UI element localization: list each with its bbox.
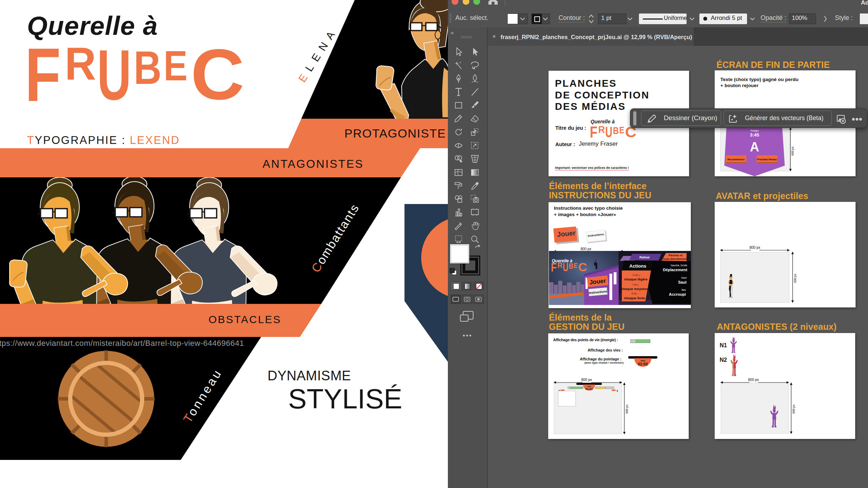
svg-text:E: E xyxy=(574,262,578,269)
svg-text:Haut: Haut xyxy=(681,277,687,279)
svg-text:Accroupi: Accroupi xyxy=(669,292,686,296)
svg-text:800 px: 800 px xyxy=(748,378,759,382)
svg-text:3: 3 xyxy=(616,390,618,392)
svg-text:800 px: 800 px xyxy=(581,378,592,382)
svg-text:600 px: 600 px xyxy=(791,146,794,155)
svg-text:U: U xyxy=(563,261,568,274)
svg-text:Retour: Retour xyxy=(640,256,650,259)
svg-text:800 px: 800 px xyxy=(750,246,760,250)
svg-text:Attaque forte: Attaque forte xyxy=(624,296,645,300)
svg-text:Gauche, Droite: Gauche, Droite xyxy=(671,264,687,267)
svg-text:600 px: 600 px xyxy=(793,273,797,283)
svg-text:U: U xyxy=(97,35,131,107)
svg-text:Saut: Saut xyxy=(678,280,687,284)
svg-text:A: A xyxy=(750,140,759,154)
svg-text:F: F xyxy=(551,260,557,274)
svg-text:Actions: Actions xyxy=(629,263,646,269)
svg-text:Prochain Niveau: Prochain Niveau xyxy=(757,158,777,161)
svg-text:R: R xyxy=(598,124,605,135)
svg-text:Attaque moyenne: Attaque moyenne xyxy=(620,287,649,291)
svg-text:01:02: 01:02 xyxy=(638,362,648,366)
svg-text:01:02: 01:02 xyxy=(586,387,593,391)
svg-text:Recommencer: Recommencer xyxy=(727,158,745,161)
svg-text:Attaque légère: Attaque légère xyxy=(624,277,647,281)
svg-text:Croix directionnelle: Croix directionnelle xyxy=(662,257,689,261)
svg-text:R: R xyxy=(557,261,563,270)
svg-text:Déplacement: Déplacement xyxy=(663,268,688,272)
svg-text:Bas: Bas xyxy=(682,289,686,291)
svg-text:E: E xyxy=(164,42,187,89)
svg-text:R: R xyxy=(65,38,96,90)
svg-text:U: U xyxy=(605,123,612,139)
svg-text:C: C xyxy=(191,34,244,107)
svg-text:B: B xyxy=(134,42,162,94)
svg-text:U ou ◻: U ou ◻ xyxy=(633,274,640,276)
svg-text:600 px: 600 px xyxy=(792,404,795,413)
svg-text:F: F xyxy=(590,123,597,139)
svg-text:Temps: Temps xyxy=(750,129,759,132)
svg-text:600 px: 600 px xyxy=(625,404,629,413)
svg-text:B: B xyxy=(569,262,573,270)
svg-text:B: B xyxy=(613,125,619,136)
svg-text:O ou ○: O ou ○ xyxy=(631,292,639,295)
svg-text:E: E xyxy=(619,125,624,135)
svg-text:F: F xyxy=(25,32,61,107)
svg-text:Flèches et: Flèches et xyxy=(668,254,682,257)
svg-text:I ou △: I ou △ xyxy=(633,283,639,286)
svg-text:C: C xyxy=(578,261,587,274)
svg-text:800 px: 800 px xyxy=(581,247,591,251)
svg-text:3:45: 3:45 xyxy=(750,132,759,138)
